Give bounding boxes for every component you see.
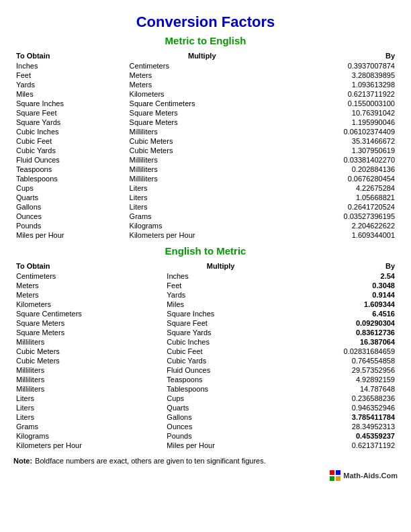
to-obtain-cell: Milliliters (13, 337, 164, 347)
section2-title: English to Metric (13, 245, 398, 257)
table-row: CupsLiters4.22675284 (13, 183, 398, 193)
multiply-cell: Liters (127, 202, 277, 212)
multiply-cell: Liters (127, 193, 277, 202)
by-cell: 0.0676280454 (277, 174, 398, 183)
table-row: Fluid OuncesMilliliters0.03381402270 (13, 155, 398, 165)
main-title: Conversion Factors (13, 13, 398, 31)
to-obtain-cell: Square Yards (13, 118, 127, 127)
multiply-cell: Cubic Inches (164, 337, 277, 347)
to-obtain-cell: Miles per Hour (13, 230, 127, 240)
note-section: Note: Boldface numbers are exact, others… (13, 457, 398, 465)
by-cell: 0.621371192 (277, 441, 398, 450)
table-row: LitersCups0.236588236 (13, 394, 398, 403)
col-header-by-2: By (277, 261, 398, 271)
multiply-cell: Ounces (164, 422, 277, 431)
table-row: PoundsKilograms2.204622622 (13, 221, 398, 230)
to-obtain-cell: Inches (13, 61, 127, 71)
table-row: Cubic InchesMilliliters0.06102374409 (13, 127, 398, 136)
table-row: MillilitersFluid Ounces29.57352956 (13, 365, 398, 375)
by-cell: 35.31466672 (277, 136, 398, 146)
to-obtain-cell: Tablespoons (13, 174, 127, 183)
by-cell: 0.1550003100 (277, 99, 398, 108)
table-row: Square CentimetersSquare Inches6.4516 (13, 309, 398, 318)
by-cell: 1.093613298 (277, 80, 398, 89)
by-cell: 1.307950619 (277, 146, 398, 155)
col-header-by-1: By (277, 50, 398, 61)
col-header-to-obtain-2: To Obtain (13, 261, 164, 271)
table-row: Square YardsSquare Meters1.195990046 (13, 118, 398, 127)
by-cell: 0.03527396195 (277, 212, 398, 221)
note-label: Note: (13, 457, 32, 465)
to-obtain-cell: Cubic Yards (13, 146, 127, 155)
multiply-cell: Liters (127, 183, 277, 193)
col-header-multiply-2: Multiply (164, 261, 277, 271)
to-obtain-cell: Square Meters (13, 318, 164, 328)
by-cell: 3.280839895 (277, 71, 398, 80)
svg-rect-3 (336, 476, 340, 481)
table-row: Cubic YardsCubic Meters1.307950619 (13, 146, 398, 155)
multiply-cell: Cubic Feet (164, 347, 277, 356)
multiply-cell: Square Yards (164, 328, 277, 337)
multiply-cell: Square Inches (164, 309, 277, 318)
by-cell: 16.387064 (277, 337, 398, 347)
math-aids-logo: Math-Aids.Com (330, 470, 398, 481)
multiply-cell: Milliliters (127, 127, 277, 136)
multiply-cell: Inches (164, 271, 277, 281)
by-cell: 0.03381402270 (277, 155, 398, 165)
multiply-cell: Square Meters (127, 108, 277, 118)
multiply-cell: Yards (164, 290, 277, 300)
multiply-cell: Cubic Meters (127, 136, 277, 146)
to-obtain-cell: Cubic Inches (13, 127, 127, 136)
by-cell: 0.06102374409 (277, 127, 398, 136)
multiply-cell: Milliliters (127, 174, 277, 183)
by-cell: 10.76391042 (277, 108, 398, 118)
to-obtain-cell: Fluid Ounces (13, 155, 127, 165)
to-obtain-cell: Kilometers per Hour (13, 441, 164, 450)
to-obtain-cell: Meters (13, 281, 164, 290)
to-obtain-cell: Grams (13, 422, 164, 431)
multiply-cell: Cubic Meters (127, 146, 277, 155)
by-cell: 0.09290304 (277, 318, 398, 328)
multiply-cell: Centimeters (127, 61, 277, 71)
to-obtain-cell: Liters (13, 412, 164, 422)
multiply-cell: Square Feet (164, 318, 277, 328)
to-obtain-cell: Cubic Meters (13, 347, 164, 356)
to-obtain-cell: Liters (13, 403, 164, 412)
multiply-cell: Quarts (164, 403, 277, 412)
col-header-multiply-1: Multiply (127, 50, 277, 61)
multiply-cell: Gallons (164, 412, 277, 422)
by-cell: 0.202884136 (277, 165, 398, 174)
to-obtain-cell: Cups (13, 183, 127, 193)
table-row: MillilitersCubic Inches16.387064 (13, 337, 398, 347)
to-obtain-cell: Pounds (13, 221, 127, 230)
by-cell: 1.195990046 (277, 118, 398, 127)
note-text: Boldface numbers are exact, others are g… (35, 457, 266, 465)
metric-to-english-table: To Obtain Multiply By InchesCentimeters0… (13, 50, 398, 240)
logo-icon (330, 470, 340, 481)
multiply-cell: Meters (127, 71, 277, 80)
to-obtain-cell: Square Inches (13, 99, 127, 108)
multiply-cell: Cups (164, 394, 277, 403)
multiply-cell: Kilometers (127, 89, 277, 99)
multiply-cell: Miles (164, 300, 277, 309)
table-row: CentimetersInches2.54 (13, 271, 398, 281)
table-row: LitersQuarts0.946352946 (13, 403, 398, 412)
by-cell: 0.3937007874 (277, 61, 398, 71)
by-cell: 1.609344001 (277, 230, 398, 240)
svg-rect-0 (330, 470, 334, 475)
to-obtain-cell: Square Feet (13, 108, 127, 118)
section1-title: Metric to English (13, 35, 398, 46)
multiply-cell: Tablespoons (164, 384, 277, 394)
table-row: MillilitersTeaspoons4.92892159 (13, 375, 398, 384)
by-cell: 14.787648 (277, 384, 398, 394)
multiply-cell: Feet (164, 281, 277, 290)
multiply-cell: Grams (127, 212, 277, 221)
to-obtain-cell: Gallons (13, 202, 127, 212)
by-cell: 0.946352946 (277, 403, 398, 412)
table-row: KilometersMiles1.609344 (13, 300, 398, 309)
table-row: Square FeetSquare Meters10.76391042 (13, 108, 398, 118)
to-obtain-cell: Milliliters (13, 365, 164, 375)
to-obtain-cell: Ounces (13, 212, 127, 221)
multiply-cell: Kilometers per Hour (127, 230, 277, 240)
by-cell: 4.92892159 (277, 375, 398, 384)
